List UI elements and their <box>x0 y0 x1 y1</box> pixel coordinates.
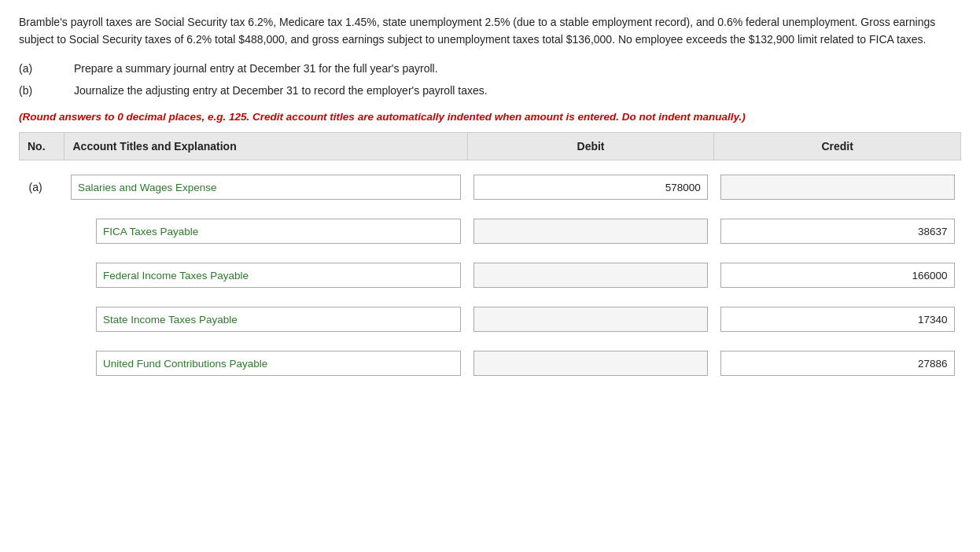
account-cell[interactable] <box>64 170 467 204</box>
spacer-row <box>20 160 961 171</box>
credit-input[interactable] <box>720 219 955 244</box>
spacer-row <box>20 248 961 258</box>
debit-cell[interactable] <box>467 170 714 204</box>
row-no <box>20 258 64 293</box>
credit-cell[interactable] <box>714 214 961 248</box>
col-account-header: Account Titles and Explanation <box>64 133 467 160</box>
account-input[interactable] <box>96 351 461 376</box>
parts-section: (a) Prepare a summary journal entry at D… <box>19 62 961 97</box>
spacer-row <box>20 293 961 302</box>
debit-input[interactable] <box>473 175 708 200</box>
table-row <box>20 258 961 293</box>
col-no-header: No. <box>20 133 64 160</box>
part-b-row: (b) Journalize the adjusting entry at De… <box>19 84 961 97</box>
part-b-label: (b) <box>19 84 74 97</box>
part-a-row: (a) Prepare a summary journal entry at D… <box>19 62 961 75</box>
debit-cell[interactable] <box>467 214 714 248</box>
row-no: (a) <box>20 170 64 204</box>
part-b-text: Journalize the adjusting entry at Decemb… <box>74 84 488 97</box>
credit-input[interactable] <box>720 351 955 376</box>
spacer-row <box>20 337 961 346</box>
debit-cell[interactable] <box>467 258 714 293</box>
part-a-label: (a) <box>19 62 74 75</box>
credit-cell[interactable] <box>714 302 961 337</box>
col-debit-header: Debit <box>467 133 714 160</box>
debit-cell[interactable] <box>467 302 714 337</box>
debit-cell[interactable] <box>467 346 714 381</box>
table-row <box>20 214 961 248</box>
account-input[interactable] <box>96 307 461 332</box>
account-cell[interactable] <box>64 346 467 381</box>
col-credit-header: Credit <box>714 133 961 160</box>
part-a-text: Prepare a summary journal entry at Decem… <box>74 62 438 75</box>
credit-cell[interactable] <box>714 346 961 381</box>
credit-cell[interactable] <box>714 170 961 204</box>
table-row <box>20 302 961 337</box>
debit-input[interactable] <box>473 351 708 376</box>
credit-cell[interactable] <box>714 258 961 293</box>
row-no <box>20 302 64 337</box>
debit-input[interactable] <box>473 263 708 288</box>
credit-input[interactable] <box>720 175 955 200</box>
spacer-row <box>20 204 961 214</box>
round-note: (Round answers to 0 decimal places, e.g.… <box>19 111 961 123</box>
intro-paragraph: Bramble's payroll taxes are Social Secur… <box>19 14 961 48</box>
account-cell[interactable] <box>64 302 467 337</box>
row-no <box>20 214 64 248</box>
debit-input[interactable] <box>473 307 708 332</box>
account-input[interactable] <box>96 263 461 288</box>
account-input[interactable] <box>96 219 461 244</box>
table-row <box>20 346 961 381</box>
journal-table: No. Account Titles and Explanation Debit… <box>19 132 961 381</box>
account-cell[interactable] <box>64 214 467 248</box>
account-cell[interactable] <box>64 258 467 293</box>
table-header-row: No. Account Titles and Explanation Debit… <box>20 133 961 160</box>
table-row: (a) <box>20 170 961 204</box>
row-no <box>20 346 64 381</box>
credit-input[interactable] <box>720 307 955 332</box>
account-input[interactable] <box>71 175 461 200</box>
debit-input[interactable] <box>473 219 708 244</box>
credit-input[interactable] <box>720 263 955 288</box>
